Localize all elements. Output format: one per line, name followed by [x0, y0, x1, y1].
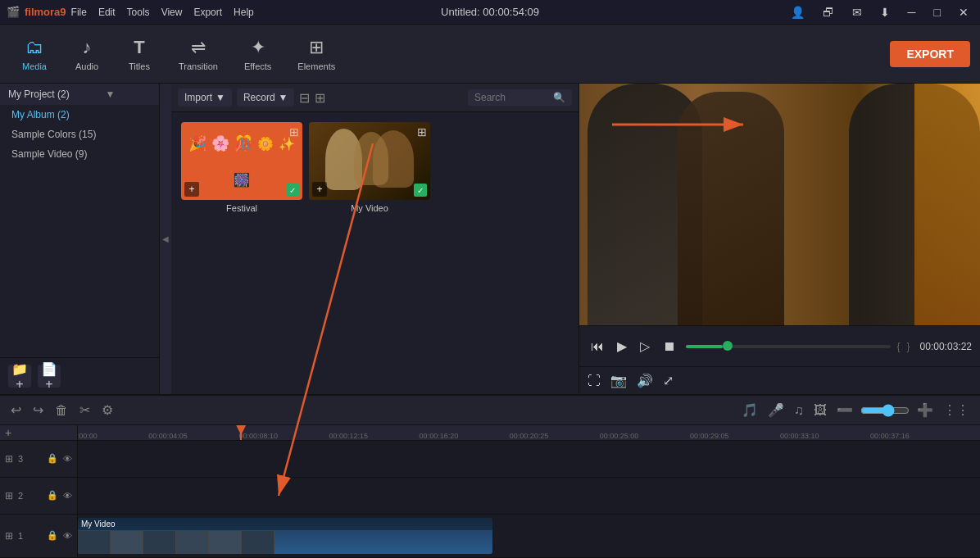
play-alt-button[interactable]: ▷	[637, 337, 653, 356]
video-clip-myvideo[interactable]: My Video	[78, 518, 492, 554]
minimize-button[interactable]: ─	[903, 4, 921, 20]
close-button[interactable]: ✕	[954, 4, 973, 20]
festival-thumbnail[interactable]: 🎉 🌸 🎊 🌼 ✨ 🎆 ⊞ + ✓	[181, 122, 302, 200]
video-scene	[579, 84, 980, 325]
filter-icon[interactable]: ⊟	[299, 90, 310, 106]
search-icon[interactable]: 🔍	[553, 92, 565, 103]
ruler-tick-6: 00:00:25:00	[600, 432, 639, 440]
record-voice-icon[interactable]: 🎤	[765, 400, 787, 420]
fullscreen-icon[interactable]: ⛶	[588, 374, 601, 388]
track3-eye-icon[interactable]: 👁	[63, 454, 72, 464]
menu-help[interactable]: Help	[234, 7, 254, 18]
toolbar-audio[interactable]: ♪ Audio	[62, 32, 111, 76]
audio-detect-icon[interactable]: 🎵	[739, 400, 760, 420]
track3-lock-icon[interactable]: 🔒	[47, 453, 58, 464]
add-track-button[interactable]: +	[5, 426, 11, 439]
track-row-2	[78, 478, 980, 515]
clip-frame-2	[111, 531, 143, 554]
delete-button[interactable]: 🗑	[52, 401, 70, 420]
menu-view[interactable]: View	[161, 7, 183, 18]
photo-icon[interactable]: 🖼	[811, 401, 829, 420]
zoom-out-icon[interactable]: ➖	[834, 400, 855, 420]
rewind-button[interactable]: ⏮	[588, 338, 607, 356]
timeline-thumb	[723, 341, 733, 351]
preview-video	[579, 84, 980, 325]
play-button[interactable]: ▶	[614, 337, 630, 356]
fullscreen-button[interactable]: ⤢	[663, 373, 674, 388]
main-toolbar: 🗂 Media ♪ Audio T Titles ⇌ Transition ✦ …	[0, 25, 980, 84]
effects-label: Effects	[244, 61, 271, 71]
track2-lock-icon[interactable]: 🔒	[47, 490, 58, 501]
stop-button[interactable]: ⏹	[660, 338, 679, 356]
media-item-myvideo[interactable]: ⊞ + ✓ My Video	[309, 122, 430, 213]
track1-eye-icon[interactable]: 👁	[63, 531, 72, 541]
panel-collapse-arrow[interactable]: ◀	[160, 84, 171, 394]
sidebar-item-my-album[interactable]: My Album (2)	[0, 105, 159, 125]
ruler-tick-3: 00:00:12:15	[329, 432, 369, 440]
track-label-3: ⊞ 3 🔒 👁	[0, 441, 77, 478]
app-logo: 🎬	[7, 6, 20, 18]
account-icon[interactable]: 👤	[786, 4, 810, 20]
timeline-options-icon[interactable]: ⋮⋮	[941, 400, 972, 420]
track-label-1: ⊞ 1 🔒 👁	[0, 515, 77, 558]
volume-icon[interactable]: 🔊	[637, 373, 653, 388]
import-label: Import	[184, 92, 212, 103]
redo-button[interactable]: ↪	[30, 400, 46, 420]
project-title: My Project (2)	[8, 88, 70, 100]
layout-icon[interactable]: ⊞	[315, 90, 325, 106]
menu-export[interactable]: Export	[193, 7, 222, 18]
export-button[interactable]: EXPORT	[890, 41, 970, 67]
toolbar-transition[interactable]: ⇌ Transition	[167, 32, 229, 76]
project-expand-icon: ▼	[105, 88, 115, 100]
playhead[interactable]	[240, 425, 242, 440]
cut-button[interactable]: ✂	[77, 400, 93, 420]
track-labels: + ⊞ 3 🔒 👁 ⊞ 2 🔒 👁 ⊞ 1 🔒 👁	[0, 425, 78, 558]
clip-frame-4	[176, 531, 209, 554]
toolbar-media[interactable]: 🗂 Media	[10, 32, 59, 76]
track-label-2: ⊞ 2 🔒 👁	[0, 478, 77, 515]
menu-file[interactable]: File	[71, 7, 87, 18]
track2-number: 2	[18, 491, 23, 501]
menu-edit[interactable]: Edit	[98, 7, 116, 18]
media-toolbar: Import ▼ Record ▼ ⊟ ⊞ 🔍	[171, 84, 578, 112]
sidebar-sample-colors-label: Sample Colors (15)	[11, 129, 96, 140]
titles-icon: T	[134, 37, 144, 58]
maximize-button[interactable]: □	[929, 4, 946, 20]
email-icon[interactable]: ✉	[847, 4, 867, 20]
camera-icon[interactable]: 📷	[610, 373, 627, 388]
zoom-in-icon[interactable]: ➕	[914, 400, 936, 420]
add-file-button[interactable]: 📄+	[38, 365, 61, 388]
add-myvideo-icon[interactable]: +	[312, 182, 327, 197]
track1-lock-icon[interactable]: 🔒	[47, 530, 58, 541]
clip-frame-5	[209, 531, 242, 554]
store-icon[interactable]: 🗗	[818, 4, 839, 20]
search-input[interactable]	[474, 92, 548, 103]
track2-eye-icon[interactable]: 👁	[63, 491, 72, 501]
zoom-slider[interactable]	[860, 404, 910, 417]
myvideo-thumbnail[interactable]: ⊞ + ✓	[309, 122, 430, 200]
undo-button[interactable]: ↩	[8, 400, 24, 420]
timecode-display: 00:00:03:22	[920, 341, 972, 352]
media-item-festival[interactable]: 🎉 🌸 🎊 🌼 ✨ 🎆 ⊞ + ✓ Festival	[181, 122, 302, 213]
ruler-tick-2: 00:00:08:10	[238, 432, 278, 440]
project-header[interactable]: My Project (2) ▼	[0, 84, 159, 105]
settings-button[interactable]: ⚙	[99, 400, 116, 420]
add-folder-button[interactable]: 📁+	[8, 365, 31, 388]
sidebar-item-sample-colors[interactable]: Sample Colors (15)	[0, 125, 159, 144]
titles-label: Titles	[129, 61, 150, 71]
timeline-content: + ⊞ 3 🔒 👁 ⊞ 2 🔒 👁 ⊞ 1 🔒 👁	[0, 425, 980, 558]
record-button[interactable]: Record ▼	[237, 88, 295, 107]
menu-tools[interactable]: Tools	[127, 7, 150, 18]
sidebar-sample-video-label: Sample Video (9)	[11, 148, 88, 160]
import-button[interactable]: Import ▼	[178, 88, 232, 107]
toolbar-effects[interactable]: ✦ Effects	[233, 32, 283, 76]
window-controls: 👤 🗗 ✉ ⬇ ─ □ ✕	[786, 4, 973, 20]
download-icon[interactable]: ⬇	[875, 4, 895, 20]
preview-timeline-bar[interactable]	[686, 345, 891, 348]
toolbar-titles[interactable]: T Titles	[115, 32, 164, 76]
music-icon[interactable]: ♫	[792, 401, 806, 420]
sidebar-item-sample-video[interactable]: Sample Video (9)	[0, 144, 159, 164]
add-to-timeline-icon[interactable]: +	[184, 182, 199, 197]
toolbar-elements[interactable]: ⊞ Elements	[286, 32, 347, 76]
track-row-1: My Video	[78, 515, 980, 558]
